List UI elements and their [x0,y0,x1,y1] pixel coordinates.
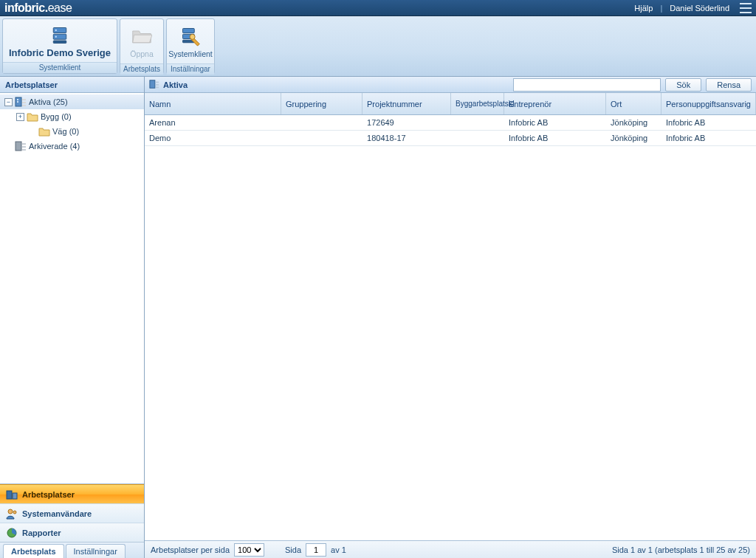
svg-rect-27 [156,86,159,88]
svg-rect-18 [22,149,26,151]
users-icon [6,508,18,520]
tree-node-bygg[interactable]: + Bygg (0) [0,109,144,124]
content-header: Aktiva Sök Rensa [145,77,756,93]
nav-arbetsplatser[interactable]: Arbetsplatser [0,484,144,503]
tree-label-aktiva: Aktiva (25) [29,97,68,106]
nav-rapporter[interactable]: Rapporter [0,523,144,542]
col-namn[interactable]: Namn [145,93,281,114]
tree-label-bygg: Bygg (0) [41,112,72,121]
user-link[interactable]: Daniel Söderlind [665,2,734,14]
cell-person: Infobric AB [662,118,756,127]
folder-open-icon [130,24,154,48]
building-list-icon [149,79,159,91]
sidebar-bottom: Arbetsplatser Systemanvändare Rapporter … [0,483,144,558]
top-bar: infobric.ease Hjälp | Daniel Söderlind [0,0,756,16]
cell-ort: Jönköping [606,118,662,127]
collapse-icon[interactable]: − [4,98,13,106]
reports-icon [6,527,18,539]
svg-rect-26 [156,84,159,86]
col-gruppering[interactable]: Gruppering [281,93,362,114]
footer-status: Sida 1 av 1 (arbetsplats 1 till 25 av 25… [612,545,750,554]
svg-rect-20 [13,493,17,499]
tree-node-vag[interactable]: Väg (0) [0,124,144,139]
nav-systemanvandare-label: Systemanvändare [22,509,92,518]
nav-arbetsplatser-label: Arbetsplatser [22,490,75,499]
svg-point-4 [55,35,57,37]
ribbon-label-arbetsplats: Arbetsplats [120,63,163,75]
tree-node-aktiva[interactable]: − Aktiva (25) [0,94,144,109]
brand-logo: infobric.ease [4,1,72,15]
svg-point-8 [190,34,195,39]
ribbon-group-arbetsplats: Öppna Arbetsplats [120,18,164,74]
help-link[interactable]: Hjälp [630,2,657,14]
cell-projektnummer: 172649 [362,118,451,127]
systemklient-settings-label: Systemklient [168,49,213,58]
system-client-title[interactable]: Infobric Demo Sverige [3,47,117,58]
ribbon-label-systemklient: Systemklient [3,62,117,73]
svg-rect-19 [7,491,12,499]
svg-rect-14 [22,105,26,106]
svg-rect-5 [183,29,195,33]
col-ort[interactable]: Ort [606,93,662,114]
svg-rect-24 [150,80,155,88]
tree-node-arkiverade[interactable]: Arkiverade (4) [0,139,144,154]
systemklient-settings-button[interactable]: Systemklient [164,19,217,63]
cell-entreprenor: Infobric AB [504,134,606,142]
nav-systemanvandare[interactable]: Systemanvändare [0,503,144,523]
content-title-text: Aktiva [163,80,188,89]
col-personuppgiftsansvarig[interactable]: Personuppgiftsansvarig [662,93,756,114]
svg-rect-2 [53,41,66,44]
cell-entreprenor: Infobric AB [504,118,606,127]
cell-ort: Jönköping [606,134,662,142]
server-wrench-icon [179,24,202,48]
tree-label-vag: Väg (0) [52,127,79,136]
brand-left: infobric [4,1,45,14]
col-byggarbetsplatsid[interactable]: Byggarbetsplatsid [451,93,504,114]
per-page-select[interactable]: 100 [234,543,264,557]
svg-point-3 [55,29,57,30]
tab-arbetsplats[interactable]: Arbetsplats [3,544,64,558]
ribbon-label-installningar: Inställningar [167,63,214,75]
building-list-icon [15,96,27,108]
sidebar: Arbetsplatser − Aktiva (25) + Bygg (0) [0,77,145,558]
workplaces-icon [6,489,18,500]
svg-rect-17 [22,146,26,148]
svg-rect-11 [17,101,18,103]
ribbon: Infobric Demo Sverige Systemklient Öppna… [0,16,756,77]
svg-point-21 [8,509,13,514]
sidebar-header: Arbetsplatser [0,77,144,93]
page-input[interactable] [306,543,326,557]
brand-right: ease [48,1,72,14]
open-button: Öppna [123,19,161,63]
expand-icon[interactable]: + [16,113,24,121]
svg-rect-15 [16,142,21,151]
col-entreprenor[interactable]: Entreprenör [504,93,606,114]
table-row[interactable]: Arenan 172649 Infobric AB Jönköping Info… [145,115,756,131]
svg-rect-12 [22,99,26,100]
ribbon-group-installningar: Systemklient Inställningar [166,18,215,74]
table-row[interactable]: Demo 180418-17 Infobric AB Jönköping Inf… [145,131,756,146]
cell-namn: Demo [145,134,281,142]
svg-rect-25 [156,81,159,83]
folder-icon [27,111,38,123]
search-button[interactable]: Sök [665,78,701,92]
tab-installningar[interactable]: Inställningar [66,544,126,558]
search-input[interactable] [513,78,661,92]
open-button-label: Öppna [130,49,154,58]
grid-header: Namn Gruppering Projektnummer Byggarbets… [145,93,756,115]
clear-button[interactable]: Rensa [706,78,752,92]
main-area: Arbetsplatser − Aktiva (25) + Bygg (0) [0,77,756,558]
server-icon [48,24,72,47]
col-projektnummer[interactable]: Projektnummer [362,93,451,114]
cell-projektnummer: 180418-17 [362,134,451,142]
content: Aktiva Sök Rensa Namn Gruppering Projekt… [145,77,756,558]
folder-icon [38,125,50,137]
grid-footer: Arbetsplatser per sida 100 Sida av 1 Sid… [145,540,756,558]
per-page-label: Arbetsplatser per sida [151,545,230,554]
page-of-label: av 1 [331,545,346,554]
cell-namn: Arenan [145,118,281,127]
cell-person: Infobric AB [662,134,756,142]
archive-icon [15,140,27,152]
page-label: Sida [285,545,301,554]
menu-icon[interactable] [740,3,752,13]
